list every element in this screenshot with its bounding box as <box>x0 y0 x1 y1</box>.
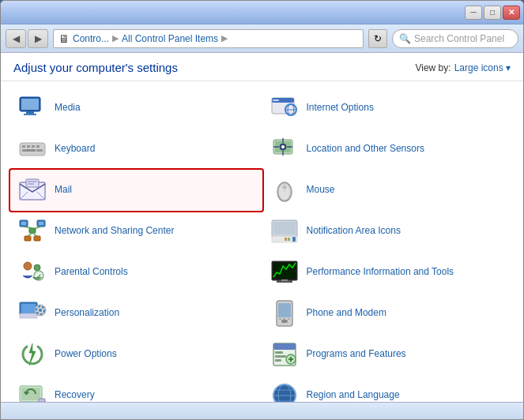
forward-button[interactable]: ▶ <box>28 29 48 48</box>
main-window: ─ □ ✕ ◀ ▶ 🖥 Contro... ▶ All Control Pane… <box>0 0 524 420</box>
item-label-region-language: Region and Language <box>307 389 400 402</box>
item-label-phone-modem: Phone and Modem <box>307 307 386 320</box>
item-keyboard[interactable]: Keyboard <box>10 129 262 170</box>
item-icon-region-language <box>269 380 300 402</box>
item-label-programs-features: Programs and Features <box>307 348 406 361</box>
item-network-sharing[interactable]: Network and Sharing Center <box>10 211 262 252</box>
svg-rect-52 <box>292 237 296 242</box>
svg-rect-13 <box>32 145 35 148</box>
item-mail[interactable]: Mail <box>10 170 262 211</box>
item-label-network-sharing: Network and Sharing Center <box>55 225 174 238</box>
item-region-language[interactable]: Region and Language <box>262 375 515 402</box>
items-container: Media Internet Options <box>1 81 523 402</box>
item-label-notification-area: Notification Area Icons <box>307 225 401 238</box>
item-performance[interactable]: Performance Information and Tools <box>262 252 515 293</box>
svg-rect-40 <box>29 228 36 233</box>
item-label-recovery: Recovery <box>55 389 95 402</box>
svg-point-55 <box>24 262 32 270</box>
svg-rect-11 <box>22 145 25 148</box>
refresh-button[interactable]: ↻ <box>368 29 387 48</box>
svg-rect-62 <box>281 279 288 281</box>
item-notification-area[interactable]: Notification Area Icons <box>262 211 515 252</box>
close-button[interactable]: ✕ <box>503 6 520 20</box>
status-bar <box>1 402 523 419</box>
item-programs-features[interactable]: Programs and Features <box>262 334 515 375</box>
item-icon-notification-area <box>269 216 300 247</box>
svg-line-43 <box>24 227 32 228</box>
svg-rect-42 <box>39 222 43 225</box>
search-bar[interactable]: 🔍 Search Control Panel <box>392 29 518 48</box>
search-icon: 🔍 <box>399 33 411 44</box>
svg-rect-45 <box>25 236 31 241</box>
svg-rect-50 <box>273 222 296 234</box>
nav-buttons: ◀ ▶ <box>6 29 48 48</box>
view-by-option[interactable]: Large icons ▾ <box>454 62 511 73</box>
item-icon-personalization <box>17 298 48 329</box>
svg-rect-71 <box>281 320 288 323</box>
item-label-mouse: Mouse <box>307 184 335 197</box>
minimize-button[interactable]: ─ <box>465 6 482 20</box>
view-by-control: View by: Large icons ▾ <box>415 62 511 73</box>
search-placeholder-text: Search Control Panel <box>414 33 504 44</box>
item-power-options[interactable]: Power Options <box>10 334 262 375</box>
item-icon-mouse <box>269 174 300 206</box>
item-phone-modem[interactable]: Phone and Modem <box>262 293 515 334</box>
item-icon-location-sensors <box>269 133 300 165</box>
svg-line-48 <box>32 233 37 236</box>
item-icon-parental-controls: ✓ <box>17 257 48 288</box>
maximize-button[interactable]: □ <box>484 6 501 20</box>
title-bar: ─ □ ✕ <box>1 1 523 24</box>
svg-rect-79 <box>275 359 281 362</box>
svg-rect-2 <box>26 111 34 114</box>
svg-rect-77 <box>275 351 283 354</box>
item-media[interactable]: Media <box>10 88 262 129</box>
address-path[interactable]: 🖥 Contro... ▶ All Control Panel Items ▶ <box>53 29 364 48</box>
address-bar: ◀ ▶ 🖥 Contro... ▶ All Control Panel Item… <box>1 24 523 53</box>
back-button[interactable]: ◀ <box>6 29 26 48</box>
svg-point-68 <box>39 309 42 312</box>
item-personalization[interactable]: Personalization <box>10 293 262 334</box>
content-area: Adjust your computer's settings View by:… <box>1 53 523 402</box>
item-label-personalization: Personalization <box>55 307 119 320</box>
svg-rect-46 <box>34 236 40 241</box>
item-icon-recovery: ↩ <box>17 380 48 402</box>
svg-line-47 <box>28 233 32 236</box>
svg-rect-3 <box>24 114 36 115</box>
view-by-label: View by: <box>415 62 450 73</box>
item-icon-internet-options <box>269 92 300 124</box>
svg-rect-54 <box>285 238 287 241</box>
item-label-parental-controls: Parental Controls <box>55 266 128 279</box>
item-icon-power-options <box>17 339 48 370</box>
title-bar-buttons: ─ □ ✕ <box>465 6 520 20</box>
svg-rect-76 <box>273 343 296 350</box>
item-label-internet-options: Internet Options <box>307 102 374 114</box>
item-label-performance: Performance Information and Tools <box>307 266 454 279</box>
path-item-all[interactable]: All Control Panel Items <box>122 33 218 44</box>
svg-rect-1 <box>21 99 39 110</box>
item-internet-options[interactable]: Internet Options <box>262 88 515 129</box>
svg-point-23 <box>281 145 285 148</box>
item-icon-media <box>17 92 48 124</box>
path-item-control[interactable]: Contro... <box>73 33 109 44</box>
item-icon-performance <box>269 257 300 288</box>
svg-rect-9 <box>273 99 279 101</box>
svg-rect-72 <box>279 318 281 320</box>
svg-rect-64 <box>21 304 36 313</box>
item-parental-controls[interactable]: ✓ Parental Controls <box>10 252 262 293</box>
svg-rect-65 <box>20 313 37 318</box>
svg-rect-74 <box>288 318 290 320</box>
item-recovery[interactable]: ↩ Recovery <box>10 375 262 402</box>
item-location-sensors[interactable]: Location and Other Sensors <box>262 129 515 170</box>
item-mouse[interactable]: Mouse <box>262 170 515 211</box>
item-icon-keyboard <box>17 133 48 165</box>
content-header: Adjust your computer's settings View by:… <box>1 53 523 81</box>
svg-point-37 <box>282 186 287 189</box>
svg-rect-14 <box>36 145 40 148</box>
item-label-power-options: Power Options <box>55 348 117 361</box>
svg-rect-70 <box>278 303 291 317</box>
item-icon-programs-features <box>269 339 300 370</box>
item-label-keyboard: Keyboard <box>55 143 95 156</box>
item-icon-mail <box>17 174 48 206</box>
path-icon: 🖥 <box>58 32 70 45</box>
item-label-mail: Mail <box>55 184 72 197</box>
